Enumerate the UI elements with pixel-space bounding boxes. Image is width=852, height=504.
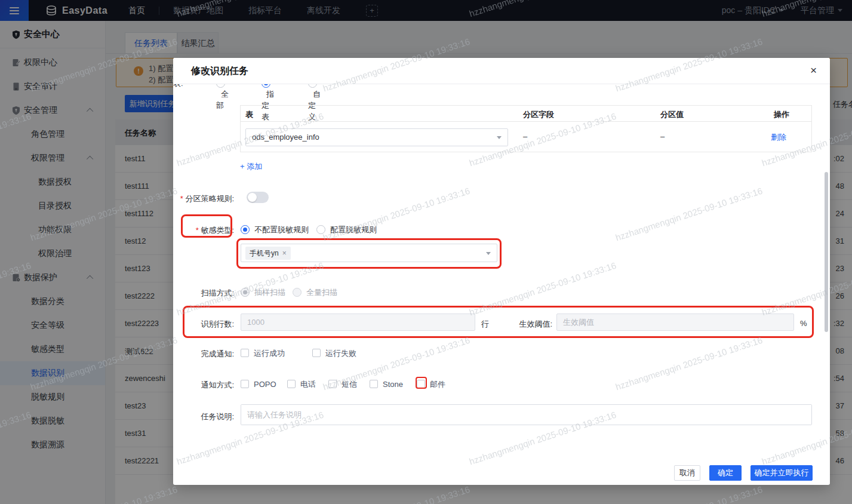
notify-method-option-4[interactable]: 邮件 bbox=[417, 379, 445, 390]
delete-link[interactable]: 删除 bbox=[771, 132, 786, 143]
notify-method-option-0[interactable]: POPO bbox=[241, 379, 276, 389]
col-actions: 操作 bbox=[774, 109, 789, 120]
cancel-button[interactable]: 取消 bbox=[674, 465, 700, 481]
notify-method-option-3[interactable]: Stone bbox=[370, 379, 403, 389]
checkbox-label[interactable]: POPO bbox=[254, 380, 276, 389]
add-table-link[interactable]: + 添加 bbox=[240, 161, 262, 172]
modal-scrollbar[interactable] bbox=[825, 172, 828, 332]
selected-tag: 手机号yn× bbox=[245, 247, 291, 260]
confirm-and-run-button[interactable]: 确定并立即执行 bbox=[751, 465, 813, 481]
col-table: 表 bbox=[245, 109, 253, 120]
checkbox-icon[interactable] bbox=[241, 349, 249, 357]
radio-full-scan-label: 全量扫描 bbox=[306, 288, 337, 297]
scan-method-label: 扫描方式: bbox=[173, 288, 234, 299]
table-select[interactable]: ods_employee_info bbox=[245, 128, 508, 146]
edit-recognition-task-modal: 表: 全部 指定表 自定义 表 分区字段 分区值 操作 ods_employee… bbox=[173, 58, 830, 485]
radio-sample-scan-label: 抽样扫描 bbox=[254, 288, 285, 297]
radio-mask-rule-label[interactable]: 配置脱敏规则 bbox=[330, 225, 377, 234]
notify-method-option-1[interactable]: 电话 bbox=[287, 379, 316, 390]
threshold-input[interactable] bbox=[556, 314, 794, 331]
modal-title: 修改识别任务 bbox=[191, 65, 248, 78]
rows-count-label: 识别行数: bbox=[173, 319, 234, 330]
checkbox-label[interactable]: Stone bbox=[383, 380, 403, 389]
chevron-down-icon bbox=[486, 252, 491, 255]
description-textarea[interactable] bbox=[241, 404, 812, 425]
partition-rule-label: 分区策略规则: bbox=[173, 193, 234, 204]
checkbox-label[interactable]: 短信 bbox=[342, 380, 357, 389]
complete-notify-option-1[interactable]: 运行失败 bbox=[312, 348, 356, 359]
partition-rule-toggle[interactable] bbox=[247, 192, 269, 203]
rows-suffix: 行 bbox=[481, 319, 489, 330]
radio-no-mask-rule[interactable] bbox=[241, 225, 250, 234]
checkbox-label[interactable]: 运行成功 bbox=[254, 349, 285, 358]
complete-notify-label: 完成通知: bbox=[173, 349, 234, 359]
rows-count-input[interactable] bbox=[241, 314, 475, 331]
checkbox-icon[interactable] bbox=[370, 380, 378, 388]
radio-no-mask-rule-label[interactable]: 不配置脱敏规则 bbox=[254, 225, 309, 234]
modal-body: 表: 全部 指定表 自定义 表 分区字段 分区值 操作 ods_employee… bbox=[173, 58, 830, 485]
notify-method-label: 通知方式: bbox=[173, 380, 234, 391]
checkbox-label[interactable]: 邮件 bbox=[430, 380, 445, 389]
close-icon[interactable]: × bbox=[810, 63, 817, 78]
col-partition-value: 分区值 bbox=[660, 109, 684, 120]
checkbox-label[interactable]: 电话 bbox=[300, 380, 316, 389]
checkbox-icon[interactable] bbox=[287, 380, 296, 388]
description-label: 任务说明: bbox=[173, 411, 234, 422]
tag-remove-icon[interactable]: × bbox=[282, 249, 287, 257]
partition-field-value: – bbox=[523, 132, 527, 141]
notify-method-option-2[interactable]: 短信 bbox=[328, 379, 357, 390]
radio-sample-scan bbox=[241, 288, 250, 297]
checkbox-icon[interactable] bbox=[241, 380, 249, 388]
checkbox-icon[interactable] bbox=[328, 380, 337, 388]
confirm-button[interactable]: 确定 bbox=[709, 465, 742, 481]
radio-all-label[interactable]: 全部 bbox=[216, 90, 229, 110]
col-partition-field: 分区字段 bbox=[523, 109, 554, 120]
threshold-label: 生效阈值: bbox=[491, 319, 552, 330]
page: EasyData 首页数据资产地图指标平台离线开发 + poc – 贵阳IDC … bbox=[0, 0, 852, 504]
selected-tables-table: 表 分区字段 分区值 操作 ods_employee_info – – 删除 bbox=[240, 105, 812, 152]
checkbox-icon[interactable] bbox=[312, 349, 321, 357]
complete-notify-option-0[interactable]: 运行成功 bbox=[241, 348, 285, 359]
table-header-divider bbox=[241, 121, 811, 122]
radio-full-scan bbox=[293, 288, 302, 297]
partition-value-value: – bbox=[660, 132, 665, 141]
checkbox-icon[interactable] bbox=[417, 380, 425, 388]
sensitive-type-label: 敏感类型: bbox=[173, 225, 234, 236]
checkbox-label[interactable]: 运行失败 bbox=[325, 349, 356, 358]
threshold-suffix: % bbox=[800, 319, 807, 328]
radio-mask-rule[interactable] bbox=[316, 225, 325, 234]
chevron-down-icon bbox=[497, 136, 502, 139]
sensitive-type-select[interactable]: 手机号yn× bbox=[241, 244, 497, 262]
modal-header: 修改识别任务 × bbox=[173, 58, 830, 84]
